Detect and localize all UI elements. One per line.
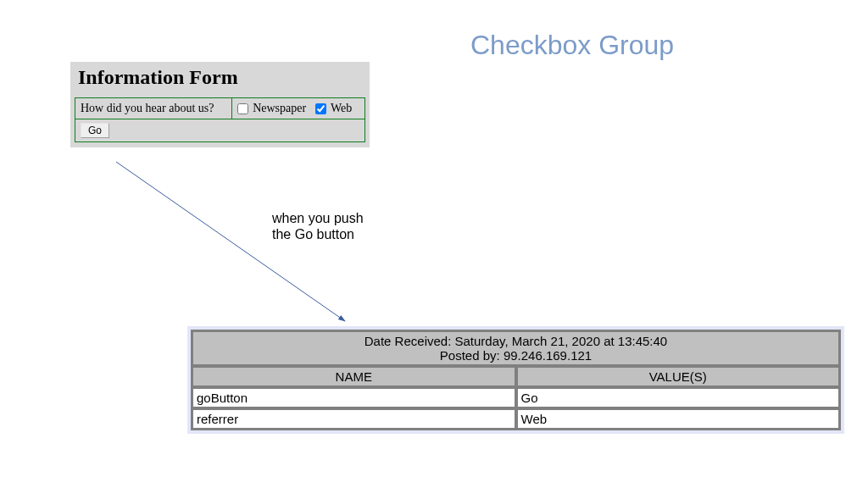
- form-table: How did you hear about us? Newspaper Web…: [75, 97, 365, 142]
- table-row: Date Received: Saturday, March 21, 2020 …: [192, 331, 839, 365]
- table-row: Go: [75, 119, 365, 142]
- slide-title: Checkbox Group: [470, 30, 674, 61]
- go-button[interactable]: Go: [81, 123, 109, 138]
- table-row: referrer Web: [192, 409, 839, 429]
- table-row: How did you hear about us? Newspaper Web: [75, 98, 365, 119]
- date-received: Date Received: Saturday, March 21, 2020 …: [197, 334, 835, 348]
- cell-name: referrer: [192, 409, 515, 429]
- table-row: NAME VALUE(S): [192, 367, 839, 386]
- table-row: goButton Go: [192, 388, 839, 408]
- annotation-text: when you push the Go button: [272, 210, 382, 242]
- form-question-cell: How did you hear about us?: [75, 98, 232, 119]
- col-header-name: NAME: [192, 367, 515, 386]
- result-panel: Date Received: Saturday, March 21, 2020 …: [187, 326, 844, 434]
- cell-value: Go: [517, 388, 840, 408]
- cell-value: Web: [517, 409, 840, 429]
- form-options-cell: Newspaper Web: [231, 98, 364, 119]
- form-question: How did you hear about us?: [81, 102, 214, 114]
- posted-by: Posted by: 99.246.169.121: [197, 348, 835, 363]
- form-heading: Information Form: [78, 66, 365, 89]
- checkbox-label: Newspaper: [253, 102, 306, 114]
- form-submit-cell: Go: [75, 119, 365, 142]
- result-meta-cell: Date Received: Saturday, March 21, 2020 …: [192, 331, 839, 365]
- checkbox-newspaper[interactable]: [237, 103, 248, 114]
- information-form-panel: Information Form How did you hear about …: [70, 62, 370, 147]
- cell-name: goButton: [192, 388, 515, 408]
- checkbox-label: Web: [331, 102, 352, 114]
- checkbox-web[interactable]: [315, 103, 326, 114]
- result-table: Date Received: Saturday, March 21, 2020 …: [191, 330, 841, 430]
- col-header-value: VALUE(S): [517, 367, 840, 386]
